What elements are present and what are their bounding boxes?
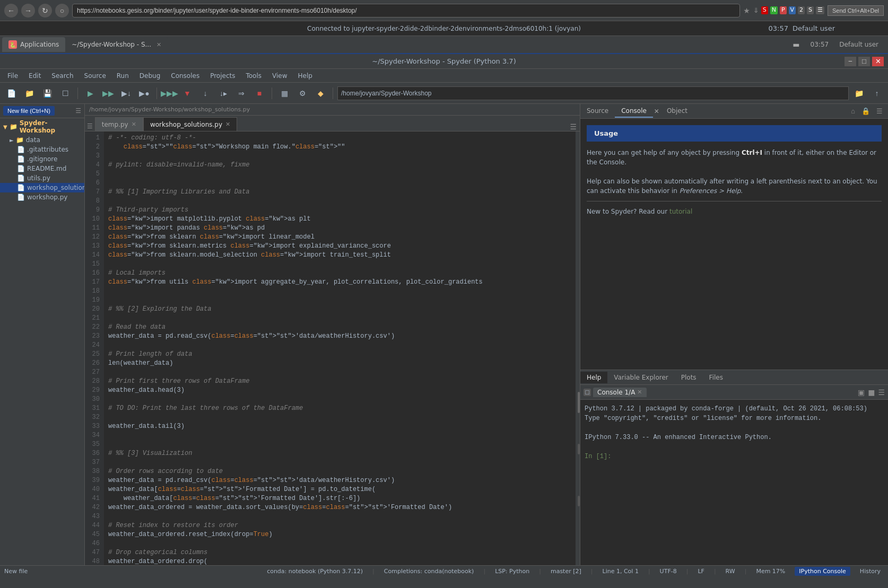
url-bar[interactable] bbox=[72, 4, 740, 17]
file-label-4: utils.py bbox=[27, 174, 50, 182]
scroll-thumb-2[interactable] bbox=[578, 444, 580, 454]
file-utils[interactable]: 📄 utils.py bbox=[0, 173, 84, 183]
open-file-button[interactable]: 📁 bbox=[21, 86, 37, 101]
console-area: □ Console 1/A ✕ ▣ ■ ☰ Python 3.7.12 | pa… bbox=[580, 385, 888, 565]
tutorial-link[interactable]: tutorial bbox=[669, 208, 692, 215]
preferences-button[interactable]: ⚙ bbox=[294, 86, 310, 101]
lsp-status: LSP: Python bbox=[492, 568, 533, 575]
editor-menu-icon[interactable]: ☰ bbox=[570, 122, 577, 131]
bottom-tab-files[interactable]: Files bbox=[703, 372, 729, 383]
menu-source[interactable]: Source bbox=[79, 71, 111, 81]
menu-edit[interactable]: Edit bbox=[23, 71, 46, 81]
file-explorer-panel: New file (Ctrl+N) ☰ ▼ 📁 Spyder-Workshop … bbox=[0, 104, 85, 565]
data-folder-icon: 📁 bbox=[16, 136, 24, 144]
file-gitattributes[interactable]: 📄 .gitattributes bbox=[0, 145, 84, 154]
menu-consoles[interactable]: Consoles bbox=[166, 71, 205, 81]
new-file-toolbar-button[interactable]: 📄 bbox=[3, 86, 19, 101]
tab-console[interactable]: Console bbox=[615, 105, 653, 118]
menu-tools[interactable]: Tools bbox=[240, 71, 267, 81]
spyder-tab-icon[interactable]: ✕ bbox=[156, 41, 161, 48]
menu-help[interactable]: Help bbox=[293, 71, 318, 81]
line-numbers: 1234567891011121314151617181920212223242… bbox=[85, 131, 104, 565]
new-file-button[interactable]: New file (Ctrl+N) bbox=[3, 106, 55, 116]
bottom-tab-plots[interactable]: Plots bbox=[675, 372, 703, 383]
menu-search[interactable]: Search bbox=[46, 71, 79, 81]
environment-button[interactable]: ◆ bbox=[312, 86, 328, 101]
step-into-button[interactable]: ↓▸ bbox=[215, 86, 231, 101]
menu-file[interactable]: File bbox=[2, 71, 23, 81]
home-panel-button[interactable]: ⌂ bbox=[849, 106, 857, 116]
file-gitignore[interactable]: 📄 .gitignore bbox=[0, 154, 84, 164]
console-menu-icon[interactable]: ☰ bbox=[878, 388, 885, 397]
lock-panel-button[interactable]: 🔒 bbox=[859, 106, 872, 116]
home-button[interactable]: ○ bbox=[55, 4, 69, 17]
file-tree: ▼ 📁 Spyder-Workshop ► 📁 data 📄 .gitattri… bbox=[0, 118, 84, 565]
console-tab[interactable]: Console 1/A ✕ bbox=[593, 388, 647, 397]
bottom-tab-help[interactable]: Help bbox=[580, 372, 607, 383]
history-button[interactable]: History bbox=[857, 568, 884, 575]
toolbar: 📄 📁 💾 ☐ ▶ ▶▶ ▶↓ ▶● ▶▶▶ ▼ ↓ ↓▸ ⇒ ■ ▦ ⚙ ◆ … bbox=[0, 83, 888, 104]
editor-panel-icon[interactable]: ☰ bbox=[85, 121, 95, 131]
continue-button[interactable]: ⇒ bbox=[233, 86, 249, 101]
tab-workshop-solutions[interactable]: workshop_solutions.py ✕ bbox=[143, 117, 237, 131]
extensions-icons: ⇓ S N P V 2 S ☰ bbox=[753, 6, 824, 14]
step-button[interactable]: ↓ bbox=[197, 86, 213, 101]
file-readme[interactable]: 📄 README.md bbox=[0, 164, 84, 173]
applications-tab[interactable]: 🐍 Applications bbox=[2, 37, 65, 52]
ipython-console-button[interactable]: IPython Console bbox=[795, 567, 850, 576]
options-panel-button[interactable]: ☰ bbox=[874, 106, 885, 116]
console-header: □ Console 1/A ✕ ▣ ■ ☰ bbox=[580, 385, 888, 400]
help-section: Source Console ✕ Object ⌂ 🔒 ☰ Usage Here… bbox=[580, 104, 888, 370]
save-all-button[interactable]: ☐ bbox=[57, 86, 73, 101]
menu-projects[interactable]: Projects bbox=[205, 71, 240, 81]
file-icon-1: 📄 bbox=[17, 146, 25, 153]
tab-temp-py[interactable]: temp.py ✕ bbox=[95, 117, 143, 131]
file-explorer-menu-icon[interactable]: ☰ bbox=[75, 107, 81, 115]
right-panel-tabs: Source Console ✕ Object ⌂ 🔒 ☰ bbox=[580, 104, 888, 119]
run-button[interactable]: ▶ bbox=[82, 86, 98, 101]
console-output[interactable]: Python 3.7.12 | packaged by conda-forge … bbox=[580, 400, 888, 565]
scroll-thumb[interactable] bbox=[578, 392, 580, 413]
send-ctrl-alt-del-button[interactable]: Send Ctrl+Alt+Del bbox=[828, 5, 884, 16]
reload-button[interactable]: ↻ bbox=[38, 4, 52, 17]
tab-workshop-solutions-close[interactable]: ✕ bbox=[225, 121, 230, 128]
file-workshop[interactable]: 📄 workshop.py bbox=[0, 192, 84, 202]
path-input[interactable] bbox=[337, 86, 849, 100]
file-workshop-solutions[interactable]: 📄 workshop_solutions.p bbox=[0, 183, 84, 192]
scroll-thumb-3[interactable] bbox=[578, 496, 580, 506]
console-stop-icon[interactable]: ■ bbox=[868, 388, 875, 397]
menu-debug[interactable]: Debug bbox=[134, 71, 166, 81]
code-editor[interactable]: # -*- coding: utf-8 -*- class="st">""cla… bbox=[104, 131, 576, 565]
console-new-icon[interactable]: ▣ bbox=[858, 388, 865, 397]
toggle-layout-button[interactable]: ▦ bbox=[276, 86, 292, 101]
minimize-button[interactable]: − bbox=[845, 57, 856, 66]
run-cell-button[interactable]: ▶▶ bbox=[100, 86, 116, 101]
folder-data[interactable]: ► 📁 data bbox=[0, 135, 84, 145]
sync-button[interactable]: ↑ bbox=[869, 86, 885, 101]
forward-button[interactable]: → bbox=[21, 4, 35, 17]
editor-scrollbar[interactable] bbox=[576, 131, 580, 565]
console-icon: □ bbox=[584, 389, 591, 396]
debug-cell-button[interactable]: ▶● bbox=[136, 86, 152, 101]
toolbar-separator-3 bbox=[272, 87, 272, 99]
tab-console-close[interactable]: ✕ bbox=[653, 106, 660, 117]
tab-object[interactable]: Object bbox=[660, 105, 694, 118]
close-button[interactable]: ✕ bbox=[872, 57, 884, 66]
run-cell-advance-button[interactable]: ▶↓ bbox=[118, 86, 134, 101]
tab-temp-py-close[interactable]: ✕ bbox=[132, 121, 136, 128]
run-file-button[interactable]: ▶▶▶ bbox=[161, 86, 177, 101]
menu-run[interactable]: Run bbox=[111, 71, 134, 81]
interrupt-button[interactable]: ▼ bbox=[179, 86, 195, 101]
maximize-button[interactable]: □ bbox=[858, 57, 870, 66]
stop-debug-button[interactable]: ■ bbox=[251, 86, 267, 101]
bottom-tab-variable-explorer[interactable]: Variable Explorer bbox=[607, 372, 674, 383]
back-button[interactable]: ← bbox=[4, 4, 18, 17]
browse-button[interactable]: 📁 bbox=[851, 86, 867, 101]
right-panel-header-icons: ⌂ 🔒 ☰ bbox=[849, 106, 888, 116]
spyder-tab[interactable]: ~/Spyder-Workshop - S... ✕ bbox=[65, 37, 168, 52]
menu-view[interactable]: View bbox=[267, 71, 292, 81]
tab-source[interactable]: Source bbox=[580, 105, 615, 118]
console-close-btn[interactable]: ✕ bbox=[637, 389, 642, 396]
folder-spyder-workshop[interactable]: ▼ 📁 Spyder-Workshop bbox=[0, 118, 84, 135]
save-file-button[interactable]: 💾 bbox=[39, 86, 55, 101]
